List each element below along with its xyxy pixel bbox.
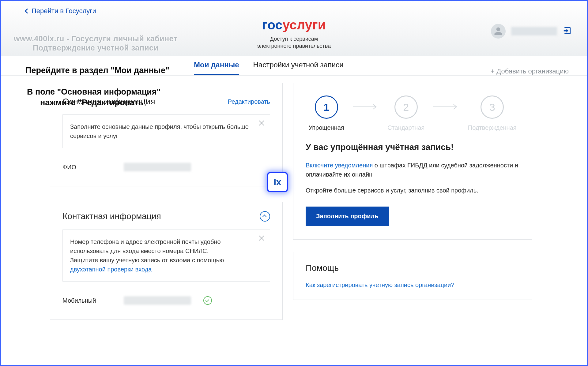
column-left: Основная информация Редактировать Заполн… xyxy=(50,83,283,335)
header: Перейти в Госуслуги www.400lx.ru - Госус… xyxy=(1,1,587,56)
help-title: Помощь xyxy=(306,263,519,273)
basic-info-notice: Заполните основные данные профиля, чтобы… xyxy=(62,114,270,148)
watermark-overlay: www.400lx.ru - Госуслуги личный кабинет … xyxy=(14,34,177,52)
contact-info-card: Контактная информация Номер телефона и а… xyxy=(50,202,283,320)
step-2: 2 Стандартная xyxy=(387,95,424,131)
back-to-gosuslugi-link[interactable]: Перейти в Госуслуги xyxy=(25,7,96,15)
tab-account-settings[interactable]: Настройки учетной записи xyxy=(253,61,344,75)
close-icon[interactable] xyxy=(258,235,265,241)
help-card: Помощь Как зарегистрировать учетную запи… xyxy=(293,252,532,300)
verified-check-icon xyxy=(203,296,212,305)
instruction-hint: В поле "Основная информация" нажмите "Ре… xyxy=(27,87,160,108)
fio-row: ФИО xyxy=(62,157,270,177)
collapse-button[interactable] xyxy=(260,211,270,222)
edit-basic-info-link[interactable]: Редактировать xyxy=(228,98,270,105)
user-area xyxy=(491,24,572,39)
avatar[interactable] xyxy=(491,24,506,39)
arrow-icon xyxy=(353,104,379,111)
fio-value-blurred xyxy=(124,163,191,171)
fill-profile-button[interactable]: Заполнить профиль xyxy=(306,207,389,226)
account-level-card: 1 Упрощенная 2 Стандартная 3 Подтвержден… xyxy=(293,83,532,240)
account-status-title: У вас упрощённая учётная запись! xyxy=(306,142,519,152)
mobile-label: Мобильный xyxy=(62,297,111,304)
user-name-blurred xyxy=(511,27,557,35)
status-text-2: Откройте больше сервисов и услуг, заполн… xyxy=(306,186,519,195)
instruction-heading: Перейдите в раздел "Мои данные" xyxy=(25,66,185,75)
tabs: Мои данные Настройки учетной записи xyxy=(194,61,344,75)
step-3: 3 Подтвержденная xyxy=(468,95,517,131)
logout-icon xyxy=(563,26,572,35)
user-icon xyxy=(494,27,503,36)
chevron-up-icon xyxy=(262,215,267,219)
arrow-icon xyxy=(433,104,459,111)
back-link-label: Перейти в Госуслуги xyxy=(32,7,96,15)
fio-label: ФИО xyxy=(62,164,111,171)
content: Основная информация Редактировать Заполн… xyxy=(1,76,587,335)
step-1: 1 Упрощенная xyxy=(308,95,344,131)
ix-watermark-badge: Ix xyxy=(267,172,288,192)
column-right: 1 Упрощенная 2 Стандартная 3 Подтвержден… xyxy=(293,83,532,335)
contact-info-title: Контактная информация xyxy=(62,211,161,221)
mobile-value-blurred xyxy=(124,296,191,305)
tabs-row: Перейдите в раздел "Мои данные" Мои данн… xyxy=(1,56,587,76)
contact-info-notice: Номер телефона и адрес электронной почты… xyxy=(62,230,270,282)
chevron-left-icon xyxy=(25,9,30,14)
close-icon[interactable] xyxy=(258,120,265,126)
status-text-1: Включите уведомления о штрафах ГИБДД или… xyxy=(306,161,519,179)
logout-button[interactable] xyxy=(563,26,572,36)
tab-my-data[interactable]: Мои данные xyxy=(194,61,239,75)
mobile-row: Мобильный xyxy=(62,291,270,310)
help-link-register-org[interactable]: Как зарегистрировать учетную запись орга… xyxy=(306,282,519,289)
enable-notifications-link[interactable]: Включите уведомления xyxy=(306,162,373,169)
steps: 1 Упрощенная 2 Стандартная 3 Подтвержден… xyxy=(306,95,519,131)
brand-logo: госуслуги Доступ к сервисам электронного… xyxy=(257,18,331,50)
two-step-verification-link[interactable]: двухэтапной проверки входа xyxy=(70,266,152,273)
add-organization-link[interactable]: + Добавить организацию xyxy=(491,67,569,75)
